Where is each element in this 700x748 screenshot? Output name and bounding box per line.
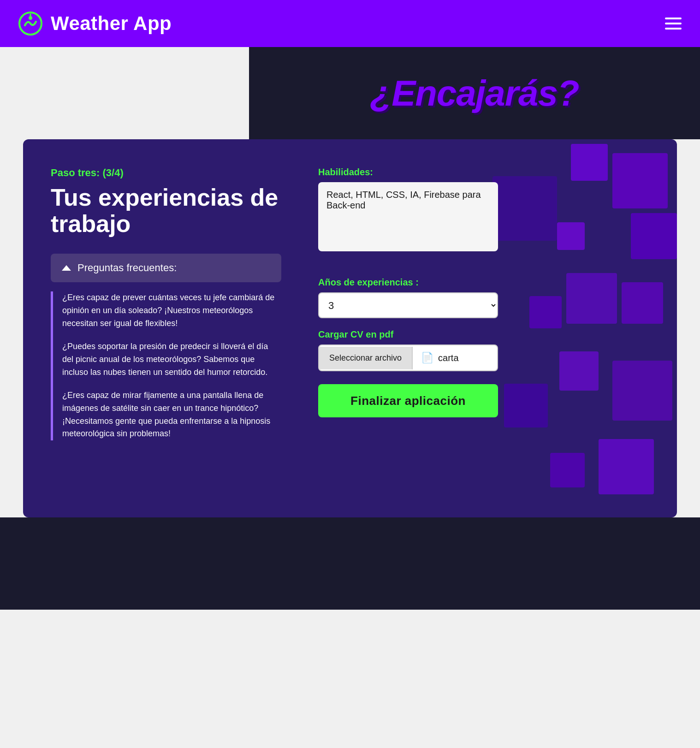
header: Weather App bbox=[0, 0, 700, 47]
cv-field-group: Cargar CV en pdf Seleccionar archivo 📄 c… bbox=[318, 329, 649, 371]
cv-upload-row: Seleccionar archivo 📄 carta bbox=[318, 344, 498, 371]
app-title: Weather App bbox=[51, 12, 172, 35]
file-icon: 📄 bbox=[421, 352, 433, 364]
faq-header[interactable]: Preguntas frecuentes: bbox=[51, 254, 281, 282]
menu-button[interactable] bbox=[665, 18, 682, 30]
header-left: Weather App bbox=[18, 12, 172, 36]
hero-title: ¿Encajarás? bbox=[370, 72, 579, 114]
faq-accordion: Preguntas frecuentes: ¿Eres capaz de pre… bbox=[51, 254, 281, 440]
years-label: Años de experiencias : bbox=[318, 277, 649, 288]
skills-label: Habilidades: bbox=[318, 167, 649, 178]
faq-question-3: ¿Eres capaz de mirar fijamente a una pan… bbox=[62, 389, 281, 441]
bottom-right bbox=[249, 517, 700, 610]
submit-button[interactable]: Finalizar aplicación bbox=[318, 384, 498, 417]
step-label: Paso tres: (3/4) bbox=[51, 167, 281, 179]
hero-left-blank bbox=[0, 47, 249, 139]
years-field-group: Años de experiencias : 1 2 3 4 5 6 7 8 9… bbox=[318, 277, 649, 318]
faq-header-text: Preguntas frecuentes: bbox=[77, 262, 177, 274]
skills-textarea[interactable]: React, HTML, CSS, IA, Firebase para Back… bbox=[318, 182, 498, 251]
hero-title-text: ¿Encajarás? bbox=[370, 73, 579, 113]
chevron-up-icon bbox=[62, 265, 71, 271]
cv-file-button[interactable]: Seleccionar archivo bbox=[319, 347, 413, 369]
cv-label: Cargar CV en pdf bbox=[318, 329, 649, 340]
bottom-left bbox=[0, 517, 249, 610]
bottom-section bbox=[0, 517, 700, 610]
left-column: Paso tres: (3/4) Tus experiencias de tra… bbox=[51, 167, 281, 481]
faq-question-2: ¿Puedes soportar la presión de predecir … bbox=[62, 340, 281, 379]
skills-field-group: Habilidades: React, HTML, CSS, IA, Fireb… bbox=[318, 167, 649, 266]
right-column: Habilidades: React, HTML, CSS, IA, Fireb… bbox=[318, 167, 649, 481]
main-card: Paso tres: (3/4) Tus experiencias de tra… bbox=[23, 139, 677, 517]
years-select[interactable]: 1 2 3 4 5 6 7 8 9 10 bbox=[318, 292, 498, 318]
cv-filename: carta bbox=[438, 353, 458, 363]
faq-content: ¿Eres capaz de prever cuántas veces tu j… bbox=[51, 291, 281, 440]
section-title: Tus experiencias de trabajo bbox=[51, 184, 281, 237]
hero-right: ¿Encajarás? bbox=[249, 47, 700, 139]
faq-question-1: ¿Eres capaz de prever cuántas veces tu j… bbox=[62, 291, 281, 330]
weather-logo-icon bbox=[18, 12, 42, 36]
hero-section: ¿Encajarás? bbox=[0, 47, 700, 139]
cv-file-label: 📄 carta bbox=[413, 345, 467, 370]
